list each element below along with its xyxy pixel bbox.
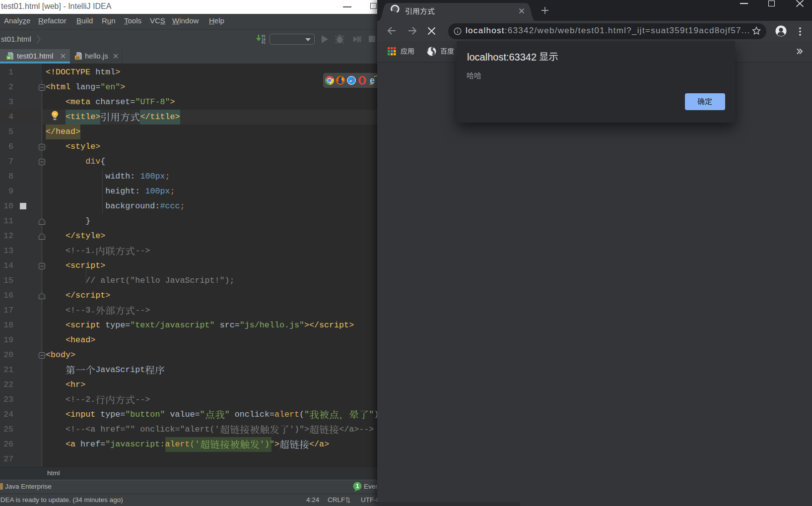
svg-text:01: 01 [262, 41, 266, 45]
svg-text:H: H [7, 56, 10, 60]
svg-text:JS: JS [75, 56, 80, 60]
svg-text:1: 1 [356, 483, 359, 490]
